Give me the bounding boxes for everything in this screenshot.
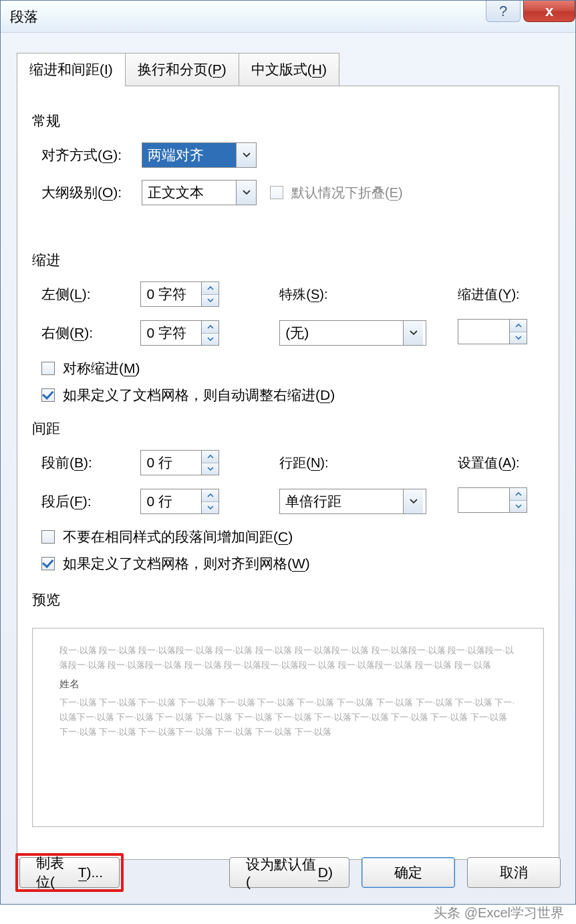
dialog-body: 缩进和间距(I) 换行和分页(P) 中文版式(H) 常规 对齐方式(G): 两端… [1,33,575,860]
spinner-down-icon[interactable] [202,463,219,475]
indent-grid-label: 如果定义了文档网格，则自动调整右缩进(D) [63,386,335,405]
set-default-button[interactable]: 设为默认值(D) [229,857,349,888]
section-indent: 缩进 [32,251,60,269]
dropdown-icon[interactable] [236,143,256,167]
spinner-up-icon[interactable] [202,282,219,295]
collapse-label: 默认情况下折叠(E) [291,184,403,202]
indent-right-spinner[interactable]: 0 字符 [140,320,219,346]
tabs-button[interactable]: 制表位(T)... [19,857,120,888]
spinner-up-icon[interactable] [510,488,527,501]
titlebar: 段落 ? x [1,1,575,33]
no-space-same-style-checkbox[interactable] [41,530,55,544]
spinner-up-icon[interactable] [202,321,219,334]
dialog-footer: 制表位(T)... 设为默认值(D) 确定 取消 [15,853,561,892]
alignment-label: 对齐方式(G): [41,146,142,164]
preview-before-text: 段一·以落 段一·以落 段一·以落段一·以落 段一·以落 段一·以落 段一·以落… [59,643,517,673]
collapse-checkbox[interactable] [270,186,283,199]
spinner-down-icon[interactable] [202,295,219,307]
preview-box: 段一·以落 段一·以落 段一·以落段一·以落 段一·以落 段一·以落 段一·以落… [32,628,544,827]
dropdown-icon[interactable] [236,181,256,205]
section-preview: 预览 [32,590,60,609]
indent-grid-checkbox[interactable] [41,388,55,402]
special-value: (无) [280,321,403,345]
tab-strip: 缩进和间距(I) 换行和分页(P) 中文版式(H) [17,53,559,86]
tab-indent-spacing[interactable]: 缩进和间距(I) [17,53,126,86]
mirror-indent-checkbox[interactable] [41,362,55,375]
snap-grid-label: 如果定义了文档网格，则对齐到网格(W) [63,554,310,573]
paragraph-dialog: 段落 ? x 缩进和间距(I) 换行和分页(P) 中文版式(H) 常规 对齐方式… [0,0,576,905]
spinner-up-icon[interactable] [510,320,527,332]
spinner-up-icon[interactable] [202,451,219,463]
snap-grid-checkbox[interactable] [41,557,55,570]
spacing-at-spinner[interactable] [458,487,527,513]
space-before-value: 0 行 [141,451,201,475]
section-general: 常规 [32,112,60,130]
watermark: 头条 @Excel学习世界 [434,904,564,922]
dropdown-icon[interactable] [403,321,423,345]
space-before-spinner[interactable]: 0 行 [140,450,219,475]
outline-select[interactable]: 正文文本 [142,180,257,205]
space-after-spinner[interactable]: 0 行 [140,489,219,514]
window-title: 段落 [10,7,38,26]
window-controls: ? x [486,1,575,22]
alignment-value: 两端对齐 [142,143,236,167]
line-spacing-value: 单倍行距 [280,489,403,513]
spacing-at-value [458,488,509,512]
tab-asian-typography[interactable]: 中文版式(H) [239,53,339,86]
indent-right-value: 0 字符 [141,321,201,345]
outline-label: 大纲级别(O): [41,183,142,202]
section-spacing: 间距 [32,419,60,438]
highlight-marker: 制表位(T)... [15,853,124,892]
help-button[interactable]: ? [486,1,521,22]
line-spacing-select[interactable]: 单倍行距 [279,489,426,514]
tab-panel: 常规 对齐方式(G): 两端对齐 大纲级别(O): 正文文本 默认情况下折叠(E… [17,86,559,860]
spinner-down-icon[interactable] [510,332,527,344]
close-button[interactable]: x [523,1,575,22]
cancel-button[interactable]: 取消 [467,857,561,888]
dropdown-icon[interactable] [403,489,423,513]
spacing-at-label: 设置值(A): [458,454,544,472]
preview-body-text: 姓名 [59,675,517,693]
outline-value: 正文文本 [142,181,236,205]
ok-button[interactable]: 确定 [362,857,455,888]
special-select[interactable]: (无) [279,320,426,346]
indent-right-label: 右侧(R): [41,324,140,342]
spinner-down-icon[interactable] [202,334,219,346]
no-space-same-style-label: 不要在相同样式的段落间增加间距(C) [63,528,293,546]
indent-by-spinner[interactable] [458,319,527,344]
spinner-down-icon[interactable] [202,502,219,514]
space-after-label: 段后(F): [41,492,140,511]
space-after-value: 0 行 [141,489,201,513]
indent-by-label: 缩进值(Y): [458,285,544,304]
indent-left-value: 0 字符 [141,282,201,306]
spinner-up-icon[interactable] [202,489,219,502]
special-label: 特殊(S): [279,285,451,304]
indent-left-label: 左侧(L): [41,285,140,304]
indent-left-spinner[interactable]: 0 字符 [140,281,219,307]
mirror-indent-label: 对称缩进(M) [63,359,140,378]
alignment-select[interactable]: 两端对齐 [142,142,257,168]
space-before-label: 段前(B): [41,453,140,472]
tab-line-page-breaks[interactable]: 换行和分页(P) [125,53,239,86]
spinner-down-icon[interactable] [510,501,527,513]
preview-after-text: 下一·以落 下一·以落 下一·以落 下一·以落 下一·以落 下一·以落 下一·以… [59,695,517,739]
line-spacing-label: 行距(N): [279,454,451,472]
indent-by-value [458,320,509,344]
